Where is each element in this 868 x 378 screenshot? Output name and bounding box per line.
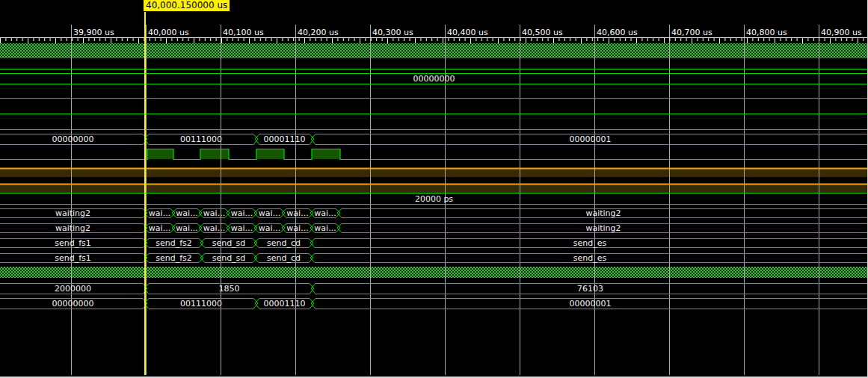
- value-label: 00000000: [52, 134, 94, 144]
- clock-pulse-fill: [256, 149, 284, 159]
- value-label: waiting2: [585, 223, 621, 233]
- value-label: send_sd: [212, 238, 246, 248]
- value-label: 1850: [219, 284, 240, 294]
- unknown-state-fill[interactable]: [0, 169, 868, 177]
- value-label: wai...: [203, 223, 225, 233]
- value-label: wai...: [314, 208, 336, 218]
- ruler-time-label: 40,200 us: [298, 28, 339, 37]
- value-label: 00001110: [264, 134, 306, 144]
- hatched-signal-row[interactable]: [0, 267, 868, 278]
- ruler-time-label: 40,100 us: [223, 28, 264, 37]
- value-label: send_fs1: [55, 253, 91, 263]
- ruler-time-label: 40,600 us: [597, 28, 638, 37]
- waveform-window: 0000000000000000001110000000111000000001…: [0, 0, 868, 378]
- value-label: waiting2: [55, 223, 90, 233]
- ruler-time-label: 40,400 us: [447, 28, 488, 37]
- ruler-time-label: 40,300 us: [372, 28, 413, 37]
- value-label: send_cd: [267, 253, 301, 263]
- value-label: 00000000: [413, 74, 455, 84]
- ruler-time-label: 39,900 us: [73, 28, 114, 37]
- value-label: send_sd: [212, 253, 246, 263]
- value-label: send_cd: [267, 238, 301, 248]
- value-label: 00001110: [264, 299, 306, 309]
- ruler-time-label: 40,900 us: [821, 28, 862, 37]
- value-label: send_es: [573, 238, 607, 248]
- value-label: 2000000: [55, 284, 91, 294]
- value-label: wai...: [231, 208, 253, 218]
- value-label: send_fs2: [156, 238, 192, 248]
- waveform-canvas[interactable]: 0000000000000000001110000000111000000001…: [0, 0, 868, 378]
- value-label: wai...: [149, 208, 170, 218]
- value-label: 20000 ps: [415, 194, 453, 204]
- value-label: wai...: [231, 223, 253, 233]
- value-label: wai...: [176, 208, 197, 218]
- clock-pulse-fill: [147, 149, 173, 159]
- cursor-time-label[interactable]: 40,000.150000 us: [144, 0, 230, 11]
- value-label: 00000001: [570, 134, 612, 144]
- value-label: 00111000: [180, 299, 222, 309]
- value-label: 00111000: [180, 134, 222, 144]
- value-label: 76103: [577, 284, 603, 294]
- clock-signal-row[interactable]: [0, 149, 868, 160]
- value-label: 00000000: [52, 299, 94, 309]
- clock-pulse-fill: [312, 149, 340, 159]
- value-label: waiting2: [55, 208, 90, 218]
- value-label: wai...: [149, 223, 170, 233]
- value-label: wai...: [286, 208, 308, 218]
- ruler-time-label: 40,000 us: [148, 28, 189, 37]
- value-label: wai...: [314, 223, 336, 233]
- value-label: waiting2: [585, 208, 621, 218]
- ruler-time-label: 40,500 us: [522, 28, 563, 37]
- hatched-signal-row[interactable]: [0, 43, 868, 58]
- unknown-state-fill[interactable]: [0, 185, 868, 193]
- value-label: send_es: [573, 253, 607, 263]
- clock-pulse-fill: [200, 149, 229, 159]
- ruler-time-label: 40,700 us: [671, 28, 712, 37]
- value-label: send_fs1: [55, 238, 91, 248]
- value-label: wai...: [203, 208, 225, 218]
- value-label: send_fs2: [156, 253, 192, 263]
- time-ruler[interactable]: 39,900 us40,000 us40,100 us40,200 us40,3…: [0, 28, 868, 43]
- value-label: wai...: [259, 208, 280, 218]
- ruler-time-label: 40,800 us: [746, 28, 787, 37]
- value-label: wai...: [259, 223, 280, 233]
- value-label: wai...: [286, 223, 308, 233]
- value-label: 00000001: [570, 299, 612, 309]
- value-label: wai...: [176, 223, 197, 233]
